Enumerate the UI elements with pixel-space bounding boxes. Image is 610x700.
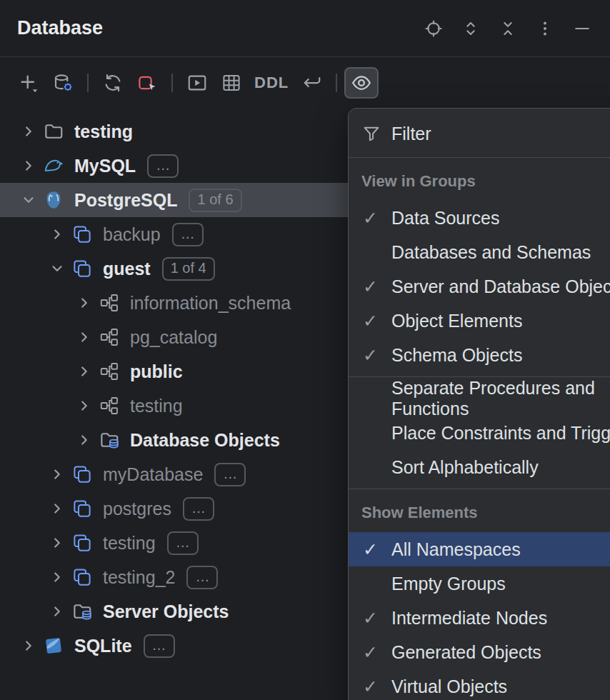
expand-all-icon[interactable] (456, 14, 486, 44)
checkmark-icon: ✓ (361, 642, 391, 663)
chevron-right-icon[interactable] (71, 295, 97, 311)
tool-window-titlebar: Database (0, 0, 610, 57)
menu-item-place-constraints[interactable]: Place Constraints and Triggers (349, 416, 610, 450)
checkmark-icon: ✓ (361, 539, 391, 560)
schema-icon (97, 326, 121, 348)
chevron-down-icon[interactable] (16, 192, 41, 208)
menu-item-separate-procedures[interactable]: Separate Procedures and Functions (349, 381, 610, 416)
tree-node-label: postgres (103, 499, 171, 519)
collapse-all-icon[interactable] (493, 14, 523, 44)
menu-item-intermediate-nodes[interactable]: ✓ Intermediate Nodes (349, 601, 610, 635)
menu-section-header: View in Groups (349, 162, 610, 201)
menu-item-label: Generated Objects (391, 642, 541, 663)
menu-item-virtual-objects[interactable]: ✓ Virtual Objects (349, 669, 610, 700)
menu-item-filter[interactable]: Filter (349, 114, 610, 153)
node-count-badge: … (183, 497, 214, 521)
refresh-button[interactable] (96, 67, 130, 99)
database-icon (70, 566, 94, 588)
node-count-badge: … (147, 154, 179, 178)
menu-item-label: Server and Database Objects (391, 276, 610, 297)
toolbar-separator (87, 74, 89, 92)
chevron-right-icon[interactable] (71, 364, 97, 379)
database-icon (70, 224, 94, 245)
node-count-badge: … (186, 566, 218, 589)
chevron-right-icon[interactable] (71, 329, 97, 345)
chevron-right-icon[interactable] (44, 535, 70, 551)
menu-section-header: Show Elements (349, 494, 610, 532)
menu-item-label: Object Elements (391, 311, 522, 331)
menu-item-generated-objects[interactable]: ✓ Generated Objects (349, 635, 610, 669)
chevron-right-icon[interactable] (16, 638, 41, 654)
menu-item-label: Schema Objects (391, 345, 522, 366)
menu-item-label: Sort Alphabetically (391, 457, 539, 478)
schema-icon (97, 395, 121, 416)
menu-item-empty-groups[interactable]: Empty Groups (349, 566, 610, 601)
open-table-button[interactable] (214, 67, 249, 99)
tree-node-label: guest (103, 259, 151, 279)
node-count-badge: … (214, 463, 246, 486)
navigate-back-arrow-icon[interactable] (294, 67, 329, 99)
chevron-right-icon[interactable] (16, 158, 41, 174)
schema-icon (97, 292, 121, 314)
menu-item-label: Data Sources (391, 208, 499, 229)
view-options-eye-button[interactable] (344, 67, 379, 99)
tree-node-label: myDatabase (103, 464, 203, 485)
checkmark-icon: ✓ (361, 608, 391, 629)
node-count-badge: 1 of 4 (162, 257, 215, 281)
checkmark-icon: ✓ (361, 311, 391, 331)
tree-node-label: pg_catalog (130, 327, 217, 348)
view-options-popup: Filter View in Groups ✓ Data Sources Dat… (348, 108, 610, 700)
menu-separator (349, 157, 610, 158)
menu-item-databases-and-schemas[interactable]: Databases and Schemas (349, 235, 610, 269)
data-source-properties-button[interactable] (46, 67, 80, 99)
toolbar-separator (171, 74, 173, 92)
chevron-right-icon[interactable] (44, 604, 70, 619)
tree-node-label: testing (103, 533, 156, 554)
menu-item-label: Databases and Schemas (391, 242, 591, 263)
menu-item-sort-alphabetically[interactable]: Sort Alphabetically (349, 450, 610, 484)
database-toolbar: DDL (0, 57, 610, 109)
chevron-right-icon[interactable] (44, 226, 70, 242)
disconnect-button[interactable] (130, 67, 164, 99)
chevron-right-icon[interactable] (71, 432, 97, 448)
mysql-icon (41, 155, 66, 176)
filter-icon (361, 124, 391, 144)
locate-icon[interactable] (419, 14, 449, 44)
checkmark-icon: ✓ (361, 345, 391, 366)
tree-node-label: Server Objects (103, 601, 229, 622)
menu-item-label: All Namespaces (391, 539, 521, 560)
folder-database-icon (70, 601, 94, 622)
chevron-right-icon[interactable] (44, 569, 70, 585)
menu-item-server-and-database-objects[interactable]: ✓ Server and Database Objects (349, 269, 610, 304)
chevron-right-icon[interactable] (71, 398, 97, 414)
tree-node-label: testing (74, 121, 133, 142)
database-icon (70, 532, 94, 554)
ddl-button[interactable]: DDL (249, 74, 294, 92)
node-count-badge: … (172, 223, 204, 246)
menu-separator (349, 489, 610, 489)
hide-tool-window-icon[interactable] (567, 14, 597, 44)
more-options-icon[interactable] (530, 14, 560, 44)
menu-item-object-elements[interactable]: ✓ Object Elements (349, 304, 610, 338)
menu-item-label: Filter (391, 124, 431, 144)
tree-node-label: testing (130, 396, 183, 416)
menu-item-schema-objects[interactable]: ✓ Schema Objects (349, 338, 610, 372)
titlebar-actions (419, 14, 597, 44)
sqlite-icon (41, 635, 66, 656)
menu-item-data-sources[interactable]: ✓ Data Sources (349, 201, 610, 235)
menu-item-all-namespaces[interactable]: ✓ All Namespaces (349, 532, 610, 566)
chevron-right-icon[interactable] (44, 501, 70, 516)
node-count-badge: 1 of 6 (189, 189, 241, 212)
folder-icon (41, 121, 66, 142)
chevron-right-icon[interactable] (16, 124, 41, 139)
query-console-button[interactable] (180, 67, 214, 99)
chevron-down-icon[interactable] (44, 261, 70, 276)
new-item-button[interactable] (11, 67, 46, 99)
toolbar-separator (336, 74, 337, 92)
menu-item-label: Separate Procedures and Functions (391, 378, 610, 419)
menu-item-label: Intermediate Nodes (391, 608, 547, 629)
menu-separator (349, 376, 610, 377)
chevron-right-icon[interactable] (44, 466, 70, 482)
node-count-badge: … (144, 634, 175, 658)
postgresql-icon (41, 189, 66, 211)
